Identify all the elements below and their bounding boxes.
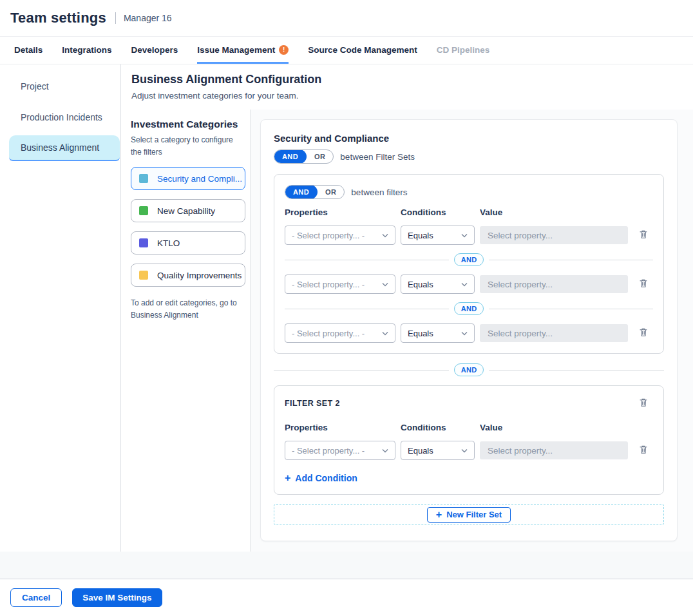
categories-title: Investment Categories — [131, 119, 251, 130]
delete-filter-button[interactable] — [638, 228, 649, 242]
chevron-down-icon — [382, 448, 388, 453]
filter-sets-and-separator: AND — [274, 363, 664, 376]
filter-set-2-header: FILTER SET 2 — [285, 396, 653, 410]
team-settings-page: Team settings Manager 16 Details Integra… — [0, 0, 693, 616]
section-subtitle: Adjust investment categories for your te… — [131, 91, 693, 101]
and-separator-pill: AND — [454, 363, 484, 376]
category-button-new-capability[interactable]: New Capability — [131, 199, 245, 222]
trash-icon — [639, 327, 648, 339]
team-name-label: Manager 16 — [124, 13, 172, 23]
category-button-ktlo[interactable]: KTLO — [131, 231, 245, 255]
chevron-down-icon — [461, 448, 468, 453]
right-region: Business Alignment Configuration Adjust … — [121, 64, 693, 552]
property-select[interactable]: - Select property... - — [285, 441, 395, 460]
new-filter-set-button[interactable]: + New Filter Set — [427, 507, 511, 523]
condition-select[interactable]: Equals — [401, 274, 475, 294]
delete-filter-button[interactable] — [638, 443, 649, 457]
sidebar-item-production-incidents[interactable]: Production Incidents — [0, 102, 120, 133]
filter-set-1: AND OR between filters Properties Condit… — [274, 174, 664, 354]
category-button-quality-improvements[interactable]: Quality Improvements — [131, 264, 245, 287]
content-row: Investment Categories Select a category … — [121, 110, 693, 552]
and-toggle-option[interactable]: AND — [285, 185, 318, 199]
panel-title: Security and Compliance — [274, 133, 664, 144]
tab-source-code-management[interactable]: Source Code Management — [308, 37, 417, 64]
filter-row: - Select property... - Equals — [285, 274, 653, 294]
value-column-header: Value — [480, 207, 628, 217]
delete-filter-button[interactable] — [638, 326, 649, 340]
filter-panel-area: Security and Compliance AND OR between F… — [251, 110, 693, 552]
sidebar-item-business-alignment[interactable]: Business Alignment — [9, 135, 120, 161]
tab-details[interactable]: Details — [14, 37, 43, 64]
condition-select[interactable]: Equals — [401, 441, 475, 460]
chevron-down-icon — [382, 331, 388, 336]
settings-sidebar: Project Production Incidents Business Al… — [0, 64, 121, 552]
and-or-toggle[interactable]: AND OR — [274, 149, 334, 164]
value-input[interactable] — [480, 275, 628, 293]
property-select[interactable]: - Select property... - — [285, 274, 395, 294]
chevron-down-icon — [461, 282, 468, 287]
category-color-swatch — [139, 238, 148, 247]
tab-integrations[interactable]: Integrations — [62, 37, 111, 64]
plus-icon: + — [436, 510, 442, 520]
between-filter-sets-label: between Filter Sets — [340, 152, 415, 162]
condition-select[interactable]: Equals — [401, 323, 475, 343]
tab-cd-pipelines: CD Pipelines — [437, 37, 490, 64]
filter-row: - Select property... - Equals — [285, 441, 653, 460]
section-title: Business Alignment Configuration — [131, 73, 693, 86]
filter-row: - Select property... - Equals — [285, 226, 653, 245]
and-toggle-option[interactable]: AND — [274, 149, 307, 164]
categories-footnote: To add or edit categories, go to Busines… — [131, 297, 239, 322]
property-select[interactable]: - Select property... - — [285, 323, 395, 343]
or-toggle-option[interactable]: OR — [318, 188, 344, 196]
category-button-security-and-compliance[interactable]: Security and Compli... — [131, 167, 245, 190]
investment-categories-column: Investment Categories Select a category … — [121, 110, 251, 552]
content-header: Business Alignment Configuration Adjust … — [121, 64, 693, 110]
conditions-column-header: Conditions — [401, 207, 475, 217]
value-input[interactable] — [480, 441, 628, 459]
chevron-down-icon — [382, 233, 388, 238]
or-toggle-option[interactable]: OR — [307, 153, 333, 160]
column-headers: Properties Conditions Value — [285, 423, 653, 432]
delete-filter-set-button[interactable] — [638, 396, 649, 410]
footer-action-bar: Cancel Save IM Settings — [0, 579, 693, 616]
tab-bar: Details Integrations Developers Issue Ma… — [0, 37, 693, 64]
add-condition-button[interactable]: + Add Condition — [285, 473, 357, 483]
conditions-column-header: Conditions — [401, 423, 475, 432]
tab-developers[interactable]: Developers — [131, 37, 178, 64]
main-content: Project Production Incidents Business Al… — [0, 64, 693, 552]
chevron-down-icon — [382, 282, 388, 287]
filter-sets-operator-row: AND OR between Filter Sets — [274, 149, 664, 164]
page-header: Team settings Manager 16 — [0, 0, 693, 37]
warning-icon: ! — [279, 45, 289, 55]
column-headers: Properties Conditions Value — [285, 207, 653, 217]
and-separator: AND — [285, 253, 653, 266]
tab-issue-management[interactable]: Issue Management ! — [197, 37, 289, 64]
value-input[interactable] — [480, 324, 628, 342]
page-title: Team settings — [10, 10, 106, 26]
filter-panel-card: Security and Compliance AND OR between F… — [260, 119, 678, 541]
trash-icon — [639, 278, 648, 290]
sidebar-item-project[interactable]: Project — [0, 71, 120, 102]
trash-icon — [639, 229, 648, 241]
title-divider — [115, 12, 116, 24]
category-color-swatch — [139, 174, 148, 183]
condition-select[interactable]: Equals — [401, 226, 475, 245]
property-select[interactable]: - Select property... - — [285, 226, 395, 245]
and-or-toggle[interactable]: AND OR — [285, 185, 345, 199]
value-column-header: Value — [480, 423, 628, 432]
and-separator-pill: AND — [454, 253, 484, 266]
filter-set-2-title: FILTER SET 2 — [285, 399, 340, 408]
footer-strip — [0, 552, 693, 579]
properties-column-header: Properties — [285, 423, 395, 432]
chevron-down-icon — [461, 233, 468, 238]
delete-filter-button[interactable] — [638, 277, 649, 291]
filters-operator-row: AND OR between filters — [285, 185, 653, 199]
cancel-button[interactable]: Cancel — [10, 588, 62, 607]
and-separator-pill: AND — [454, 302, 484, 315]
filter-set-2: FILTER SET 2 Properties Conditions Value — [274, 385, 664, 495]
category-color-swatch — [139, 271, 148, 280]
category-color-swatch — [139, 206, 148, 215]
save-im-settings-button[interactable]: Save IM Settings — [72, 588, 162, 607]
chevron-down-icon — [461, 331, 468, 336]
value-input[interactable] — [480, 226, 628, 244]
